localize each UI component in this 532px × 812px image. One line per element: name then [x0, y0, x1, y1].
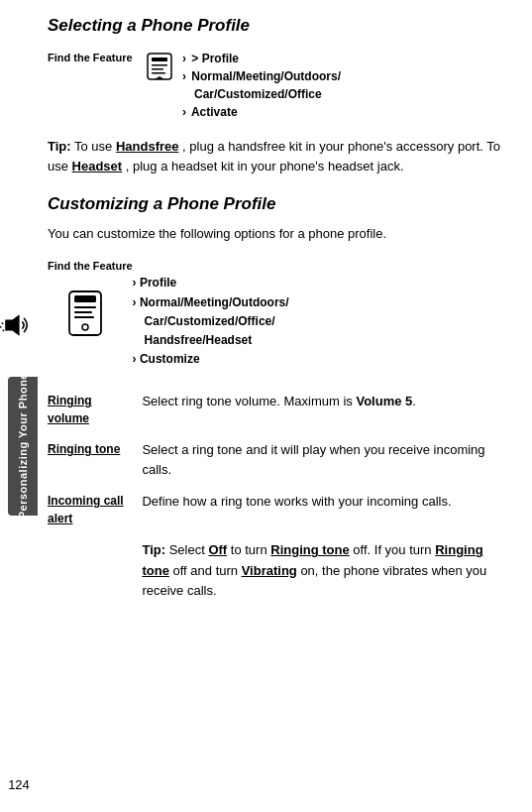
path1-line2: › Normal/Meeting/Outdoors/ [182, 67, 341, 85]
path2-line3: Car/Customized/Office/ [133, 312, 289, 331]
svg-rect-4 [148, 54, 171, 79]
svg-point-1 [2, 322, 4, 324]
path2-line5: › Customize [133, 350, 289, 369]
speaker-icon-area [0, 307, 34, 346]
tip1-prefix: Tip: [48, 139, 71, 154]
tip2-text4: off and turn [173, 563, 242, 578]
table-row-ringing-volume: Ringing volume Select ring tone volume. … [48, 387, 512, 435]
tip1-paragraph: Tip: To use Handsfree , plug a handsfree… [48, 137, 512, 176]
sidebar-label: Personalizing Your Phone [17, 373, 29, 519]
tip1-headset: Headset [72, 159, 123, 174]
desc-ringing-tone: Select a ring tone and it will play when… [142, 435, 512, 487]
tip2-text1: Select [169, 542, 209, 557]
find-feature-block1: Find the Feature › > Profile › Normal/Me… [48, 50, 512, 121]
tip2-prefix: Tip: [142, 542, 165, 557]
svg-rect-8 [152, 72, 165, 74]
section2-intro: You can customize the following options … [48, 224, 512, 244]
table-row-ringing-tone: Ringing tone Select a ring tone and it w… [48, 435, 512, 487]
desc-ringing-volume: Select ring tone volume. Maximum is Volu… [142, 387, 512, 435]
tip2-text3: off. If you turn [353, 542, 435, 557]
term-incoming-call: Incoming call alert [48, 487, 142, 535]
large-phone-icon [66, 290, 104, 340]
svg-rect-12 [74, 311, 92, 313]
path1-line4: › Activate [182, 103, 341, 121]
svg-point-2 [0, 326, 2, 328]
svg-rect-5 [152, 58, 167, 61]
path2-lines: › Profile › Normal/Meeting/Outdoors/ Car… [133, 274, 289, 369]
tip2-text2: to turn [231, 542, 270, 557]
table-row-tip2: Tip: Select Off to turn Ringing tone off… [48, 535, 512, 608]
find-feature-left2: Find the Feature [48, 260, 133, 340]
sidebar: Personalizing Your Phone 124 [0, 0, 38, 812]
path1-line1: › > Profile [182, 50, 341, 67]
section1-title: Selecting a Phone Profile [48, 16, 512, 36]
feature-table: Ringing volume Select ring tone volume. … [48, 387, 512, 608]
path2-line4: Handsfree/Headset [133, 331, 289, 350]
speaker-icon [0, 307, 34, 343]
path2-line2: › Normal/Meeting/Outdoors/ [133, 293, 289, 312]
phone-menu-icon1 [145, 52, 174, 81]
find-feature-label1: Find the Feature [48, 50, 137, 63]
svg-rect-13 [74, 316, 94, 318]
main-content: Selecting a Phone Profile Find the Featu… [38, 0, 532, 812]
find-feature-path2: › Profile › Normal/Meeting/Outdoors/ Car… [133, 260, 512, 369]
page-number: 124 [0, 777, 38, 792]
svg-point-14 [82, 324, 88, 330]
tip1-handsfree: Handsfree [116, 139, 179, 154]
tip2-content: Tip: Select Off to turn Ringing tone off… [142, 535, 512, 608]
tip1-text3: , plug a headset kit in your phone's hea… [126, 159, 404, 174]
svg-rect-7 [152, 68, 163, 70]
find-feature-icon1 [145, 52, 174, 84]
term-ringing-tone: Ringing tone [48, 435, 142, 487]
phone-icon-large [66, 290, 104, 337]
find-feature-label2: Find the Feature [48, 260, 133, 272]
tip1-text1: To use [74, 139, 116, 154]
path2-line1: › Profile [133, 274, 289, 292]
svg-point-3 [3, 330, 5, 332]
path1-line3: Car/Customized/Office [182, 85, 341, 103]
find-feature-path1: › > Profile › Normal/Meeting/Outdoors/ C… [182, 50, 341, 121]
section2-title: Customizing a Phone Profile [48, 194, 512, 214]
find-feature-block2: Find the Feature › Profile [48, 260, 512, 369]
term-ringing-volume: Ringing volume [48, 387, 142, 435]
svg-marker-0 [5, 314, 19, 336]
tip2-off: Off [208, 542, 227, 557]
svg-rect-11 [74, 306, 96, 308]
svg-rect-10 [74, 295, 96, 302]
svg-rect-6 [152, 64, 167, 66]
sidebar-tab: Personalizing Your Phone [8, 377, 38, 516]
tip2-vibrating: Vibrating [242, 563, 297, 578]
table-row-incoming-call: Incoming call alert Define how a ring to… [48, 487, 512, 535]
tip2-ringing-tone1: Ringing tone [270, 542, 349, 557]
desc-incoming-call: Define how a ring tone works with your i… [142, 487, 512, 535]
